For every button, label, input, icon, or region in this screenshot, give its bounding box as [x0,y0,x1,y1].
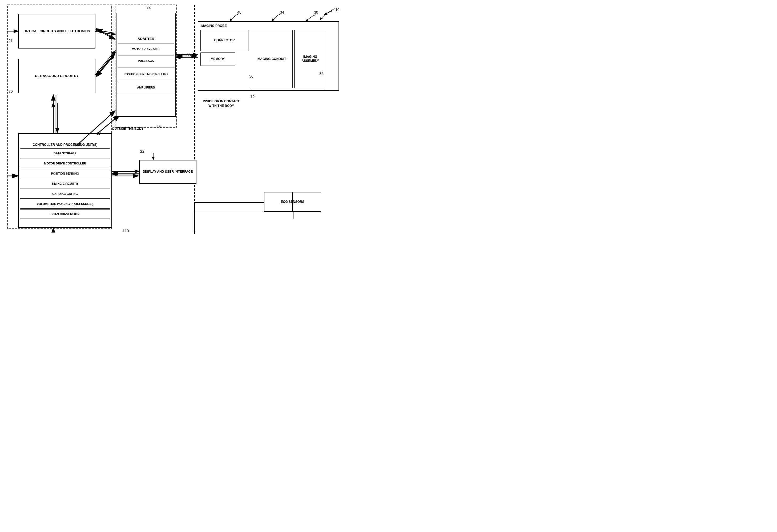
pullback-box: PULLBACK [118,55,174,66]
svg-line-27 [96,52,116,76]
outside-body-label: OUTSIDE THE BODY [112,127,144,131]
label-48: 48 [237,10,241,14]
svg-line-20 [324,9,335,15]
label-22: 22 [140,149,144,153]
svg-line-24 [95,31,115,35]
motor-drive-ctrl-box: MOTOR DRIVE CONTROLLER [20,158,110,168]
label-36: 36 [249,74,253,78]
display-box: DISPLAY AND USER INTERFACE [139,160,197,184]
ecg-sensors-box: ECG SENSORS [264,192,321,212]
svg-line-7 [96,53,115,76]
cardiac-gating-box: CARDIAC GATING [20,189,110,199]
imaging-probe-title: IMAGING PROBE [201,24,227,30]
scan-conversion-box: SCAN CONVERSION [20,209,110,219]
label-32: 32 [319,72,324,76]
label-110: 110 [123,229,129,233]
connector-box: CONNECTOR [201,30,248,51]
svg-line-26 [95,50,115,75]
controller-outer-box: CONTROLLER AND PROCESSING UNIT(S) DATA S… [18,133,112,228]
volumetric-box: VOLUMETRIC IMAGING PROCESSOR(S) [20,199,110,209]
svg-line-6 [97,28,115,39]
label-21: 21 [9,39,13,43]
position-sensing-box: POSITION SENSING [20,169,110,178]
label-30: 30 [314,10,318,14]
inside-body-label: INSIDE OR IN CONTACT WITH THE BODY [200,99,243,108]
svg-line-25 [95,30,115,33]
svg-line-8 [97,54,115,77]
label-34: 34 [280,10,284,14]
svg-line-5 [96,29,115,39]
amplifiers-box: AMPLIFIERS [118,82,174,93]
data-storage-box: DATA STORAGE [20,148,110,158]
imaging-probe-outer-box: IMAGING PROBE CONNECTOR MEMORY IMAGING C… [198,21,339,91]
ultrasound-box: ULTRASOUND CIRCUITRY [18,59,95,93]
memory-box: MEMORY [201,52,235,66]
imaging-assembly-box: IMAGING ASSEMBLY [294,30,326,88]
position-sensing-circ-box: POSITION SENSING CIRCUITRY [118,67,174,81]
label-38: 38 [187,53,191,57]
controller-title: CONTROLLER AND PROCESSING UNIT(S) [20,142,110,149]
timing-circuitry-box: TIMING CIRCUITRY [20,179,110,189]
adapter-title: ADAPTER [118,36,174,43]
optical-circuits-box: OPTICAL CIRCUITS AND ELECTRONICS [18,14,95,48]
label-16: 16 [157,125,161,129]
label-12: 12 [250,95,255,99]
imaging-conduit-box: IMAGING CONDUIT [250,30,293,88]
label-18: 18 [97,131,101,135]
motor-drive-unit-box: MOTOR DRIVE UNIT [118,43,174,55]
label-20: 20 [9,89,13,94]
label-10: 10 [335,7,340,12]
diagram: OPTICAL CIRCUITS AND ELECTRONICS 21 ULTR… [0,0,349,239]
adapter-outer-box: ADAPTER MOTOR DRIVE UNIT PULLBACK POSITI… [116,13,176,117]
label-14: 14 [146,6,151,10]
